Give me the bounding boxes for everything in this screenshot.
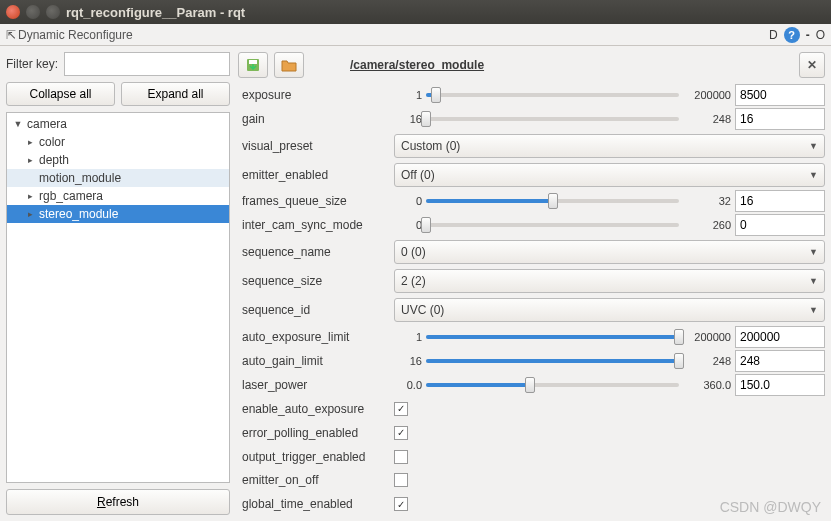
param-slider[interactable]: [426, 217, 679, 233]
param-value-input[interactable]: [735, 326, 825, 348]
param-label: exposure: [238, 88, 390, 102]
param-row-sequence-id: sequence_idUVC (0)▼: [238, 297, 825, 324]
help-button[interactable]: ?: [784, 27, 800, 43]
slider-thumb[interactable]: [674, 353, 684, 369]
tree-item-label: color: [39, 135, 65, 149]
tree-item-rgb-camera[interactable]: ▸rgb_camera: [7, 187, 229, 205]
param-label: sequence_name: [238, 245, 390, 259]
param-label: gain: [238, 112, 390, 126]
param-label: global_time_enabled: [238, 497, 390, 511]
param-value-input[interactable]: [735, 108, 825, 130]
param-slider[interactable]: [426, 329, 679, 345]
slider-thumb[interactable]: [674, 329, 684, 345]
param-checkbox[interactable]: ✓: [394, 402, 408, 416]
param-value-input[interactable]: [735, 84, 825, 106]
refresh-button[interactable]: Refresh: [6, 489, 230, 515]
param-row-auto-exposure-limit: auto_exposure_limit1200000: [238, 326, 825, 348]
chevron-down-icon: ▼: [809, 170, 818, 180]
chevron-down-icon[interactable]: ▼: [13, 119, 23, 129]
param-slider[interactable]: [426, 87, 679, 103]
param-row-emitter-on-off: emitter_on_off: [238, 469, 825, 491]
slider-thumb[interactable]: [421, 111, 431, 127]
param-label: sequence_id: [238, 303, 390, 317]
param-min: 16: [394, 113, 422, 125]
param-max: 32: [683, 195, 731, 207]
param-value-input[interactable]: [735, 350, 825, 372]
chevron-down-icon: ▼: [809, 247, 818, 257]
svg-rect-1: [249, 60, 257, 64]
param-slider[interactable]: [426, 353, 679, 369]
dropdown-value: UVC (0): [401, 303, 444, 317]
param-value-input[interactable]: [735, 190, 825, 212]
open-icon-button[interactable]: [274, 52, 304, 78]
param-row-gain: gain16248: [238, 108, 825, 130]
param-row-frames-queue-size: frames_queue_size032: [238, 190, 825, 212]
tree-item-color[interactable]: ▸color: [7, 133, 229, 151]
close-panel-button[interactable]: ✕: [799, 52, 825, 78]
node-tree[interactable]: ▼ camera ▸color▸depthmotion_module▸rgb_c…: [6, 112, 230, 483]
param-row-global-time-enabled: global_time_enabled✓: [238, 493, 825, 515]
folder-icon: [281, 58, 297, 72]
param-min: 0.0: [394, 379, 422, 391]
close-icon: ✕: [807, 58, 817, 72]
param-min: 0: [394, 219, 422, 231]
chevron-right-icon[interactable]: ▸: [25, 155, 35, 165]
tree-item-camera[interactable]: ▼ camera: [7, 115, 229, 133]
expand-all-button[interactable]: Expand all: [121, 82, 230, 106]
param-label: auto_exposure_limit: [238, 330, 390, 344]
tree-item-label: depth: [39, 153, 69, 167]
param-dropdown[interactable]: 2 (2)▼: [394, 269, 825, 293]
param-row-laser-power: laser_power0.0360.0: [238, 374, 825, 396]
popout-icon[interactable]: ⇱: [6, 28, 16, 42]
param-slider[interactable]: [426, 111, 679, 127]
node-path: /camera/stereo_module: [310, 58, 793, 72]
param-min: 16: [394, 355, 422, 367]
param-dropdown[interactable]: 0 (0)▼: [394, 240, 825, 264]
param-slider[interactable]: [426, 377, 679, 393]
d-label: D: [769, 28, 778, 42]
chevron-right-icon[interactable]: ▸: [25, 191, 35, 201]
param-checkbox[interactable]: ✓: [394, 426, 408, 440]
collapse-all-button[interactable]: Collapse all: [6, 82, 115, 106]
save-icon-button[interactable]: [238, 52, 268, 78]
parameter-list: exposure1200000gain16248visual_presetCus…: [238, 84, 825, 515]
tree-item-stereo-module[interactable]: ▸stereo_module: [7, 205, 229, 223]
save-icon: [245, 57, 261, 73]
param-row-emitter-enabled: emitter_enabledOff (0)▼: [238, 161, 825, 188]
param-row-visual-preset: visual_presetCustom (0)▼: [238, 132, 825, 159]
param-min: 1: [394, 89, 422, 101]
window-minimize-button[interactable]: [26, 5, 40, 19]
minus-button[interactable]: -: [806, 28, 810, 42]
slider-thumb[interactable]: [421, 217, 431, 233]
right-panel: /camera/stereo_module ✕ exposure1200000g…: [236, 46, 831, 521]
param-row-exposure: exposure1200000: [238, 84, 825, 106]
dropdown-value: 0 (0): [401, 245, 426, 259]
param-row-sequence-size: sequence_size2 (2)▼: [238, 268, 825, 295]
param-checkbox[interactable]: ✓: [394, 497, 408, 511]
param-checkbox[interactable]: [394, 473, 408, 487]
param-slider[interactable]: [426, 193, 679, 209]
filter-input[interactable]: [64, 52, 230, 76]
circle-button[interactable]: O: [816, 28, 825, 42]
slider-thumb[interactable]: [431, 87, 441, 103]
chevron-right-icon[interactable]: ▸: [25, 209, 35, 219]
chevron-right-icon[interactable]: ▸: [25, 137, 35, 147]
param-value-input[interactable]: [735, 214, 825, 236]
param-value-input[interactable]: [735, 374, 825, 396]
param-checkbox[interactable]: [394, 450, 408, 464]
tree-item-depth[interactable]: ▸depth: [7, 151, 229, 169]
tree-item-motion-module[interactable]: motion_module: [7, 169, 229, 187]
slider-thumb[interactable]: [525, 377, 535, 393]
param-label: sequence_size: [238, 274, 390, 288]
param-dropdown[interactable]: Off (0)▼: [394, 163, 825, 187]
param-dropdown[interactable]: UVC (0)▼: [394, 298, 825, 322]
param-dropdown[interactable]: Custom (0)▼: [394, 134, 825, 158]
param-row-output-trigger-enabled: output_trigger_enabled: [238, 446, 825, 468]
param-label: enable_auto_exposure: [238, 402, 390, 416]
param-min: 0: [394, 195, 422, 207]
param-label: laser_power: [238, 378, 390, 392]
slider-thumb[interactable]: [548, 193, 558, 209]
window-maximize-button[interactable]: [46, 5, 60, 19]
window-close-button[interactable]: [6, 5, 20, 19]
param-min: 1: [394, 331, 422, 343]
